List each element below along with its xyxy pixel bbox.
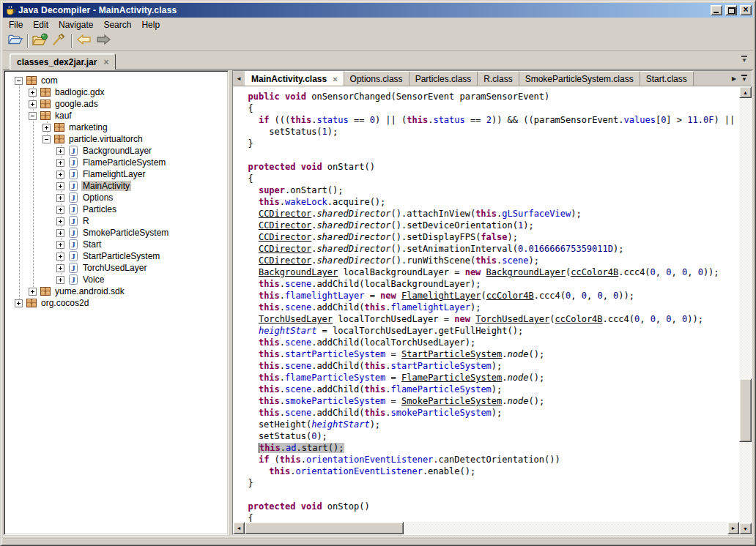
tree-row[interactable]: JFlameParticleSystem [4,157,228,168]
tree-row[interactable]: JParticles [4,203,228,215]
plus-icon[interactable] [56,182,64,190]
tree-node-label[interactable]: yume.android.sdk [53,286,126,296]
tree-node-label[interactable]: MainActivity [81,181,131,191]
menu-search[interactable]: Search [98,18,136,31]
tree-row[interactable]: marketing [4,121,228,133]
h-scroll-thumb[interactable] [245,522,404,534]
tree-row[interactable]: JMainActivity [4,180,228,192]
tree-node-label[interactable]: particle.virtualtorch [67,134,144,144]
plus-icon[interactable] [56,253,64,261]
editor-tab[interactable]: Particles.class [410,71,478,86]
plus-icon[interactable] [56,264,64,272]
plus-icon[interactable] [29,100,37,108]
code-line: this.scene.addChild(this.flamelightLayer… [237,302,739,313]
plus-icon[interactable] [15,299,23,307]
tree-node-label[interactable]: org.cocos2d [40,298,90,308]
tree-node-label[interactable]: badlogic.gdx [53,87,105,97]
plus-icon[interactable] [56,194,64,202]
tree-row[interactable]: JStart [4,239,228,250]
tree-row[interactable]: yume.android.sdk [4,285,228,297]
tree-node-label[interactable]: Start [81,239,103,250]
scroll-down-button[interactable]: ▼ [739,523,752,534]
titlebar[interactable]: Java Decompiler - MainActivity.class × [3,3,753,18]
search-button[interactable] [50,32,69,50]
plus-icon[interactable] [42,124,51,132]
editor-tab-close-icon[interactable]: × [333,75,337,83]
tree-row[interactable]: JStartParticleSystem [4,250,228,262]
h-scroll-track[interactable] [245,522,727,534]
menu-edit[interactable]: Edit [28,18,53,31]
tree-node-label[interactable]: StartParticleSystem [81,251,161,261]
plus-icon[interactable] [56,206,64,214]
menu-help[interactable]: Help [136,18,165,31]
archive-tab-close-icon[interactable]: × [103,58,108,67]
tab-scroll-right-button[interactable]: ▶ [728,71,740,86]
open-file-button[interactable] [6,32,25,50]
plus-icon[interactable] [29,89,37,97]
archive-tab-list-button[interactable]: ▼ [741,56,747,64]
plus-icon[interactable] [56,159,64,167]
scroll-left-button[interactable]: ◄ [233,522,245,534]
tree-node-label[interactable]: R [81,216,91,226]
menu-file[interactable]: File [4,18,28,31]
tree-row[interactable]: JVoice [4,274,228,285]
tree-row[interactable]: JR [4,215,228,227]
tree-node-label[interactable]: Particles [81,204,118,214]
tree-row[interactable]: particle.virtualtorch [4,133,228,145]
code-area[interactable]: public void onSensorChanged(SensorEvent … [233,86,739,522]
minus-icon[interactable] [15,77,23,85]
back-button[interactable] [75,32,94,50]
open-all-types-button[interactable] [31,32,50,50]
plus-icon[interactable] [56,241,64,249]
tree-row[interactable]: com [4,75,228,86]
tree-node-label[interactable]: BackgroundLayer [81,146,153,156]
tree-node-label[interactable]: google.ads [53,99,100,109]
tree-node-label[interactable]: kauf [53,111,73,121]
minimize-button[interactable] [711,5,722,15]
menu-navigate[interactable]: Navigate [53,18,98,31]
tree-node-label[interactable]: com [40,75,59,86]
tree-row[interactable]: JSmokeParticleSystem [4,227,228,239]
tree-row[interactable]: JOptions [4,192,228,203]
v-scroll-track[interactable] [739,98,752,523]
plus-icon[interactable] [56,147,64,155]
plus-icon[interactable] [56,171,64,179]
tree-node-label[interactable]: marketing [67,122,109,132]
tree-node-label[interactable]: FlameParticleSystem [81,157,167,168]
plus-icon[interactable] [56,276,64,284]
coffee-cup-icon [4,4,16,16]
restore-button[interactable] [725,5,737,15]
editor-tab[interactable]: Options.class [344,71,410,86]
tree-node-label[interactable]: SmokeParticleSystem [81,228,170,238]
tree-row[interactable]: JFlamelightLayer [4,168,228,180]
editor-tab[interactable]: SmokeParticleSystem.class [519,71,640,86]
code-line: super.onStart(); [237,184,739,196]
minus-icon[interactable] [29,112,37,120]
tree-row[interactable]: JBackgroundLayer [4,145,228,157]
minus-icon[interactable] [42,135,51,143]
tree-row[interactable]: JTorchUsedLayer [4,262,228,274]
plus-icon[interactable] [56,217,64,225]
tree-row[interactable]: badlogic.gdx [4,86,228,98]
tree-node-label[interactable]: Options [81,192,114,203]
scroll-right-button[interactable]: ► [727,522,739,534]
editor-tab[interactable]: MainActivity.class× [245,71,344,86]
tree-row[interactable]: kauf [4,110,228,121]
tab-scroll-left-button[interactable]: ◄ [233,71,245,86]
tree-row[interactable]: org.cocos2d [4,297,228,309]
plus-icon[interactable] [29,288,37,296]
tree-node-label[interactable]: TorchUsedLayer [81,263,148,273]
editor-tab[interactable]: Start.class [640,71,694,86]
tree-row[interactable]: google.ads [4,98,228,110]
editor-tab[interactable]: R.class [478,71,519,86]
scroll-up-button[interactable]: ▲ [739,86,752,98]
plus-icon[interactable] [56,229,64,237]
tree-node-label[interactable]: FlamelightLayer [81,169,147,179]
forward-button[interactable] [94,32,113,50]
tree-node-label[interactable]: Voice [81,274,105,285]
archive-tab[interactable]: classes_dex2jar.jar × [10,53,116,70]
close-button[interactable]: × [740,5,752,15]
svg-text:J: J [71,228,75,237]
v-scroll-thumb[interactable] [739,378,752,442]
editor-tab-list-button[interactable]: ▼ [741,75,747,83]
